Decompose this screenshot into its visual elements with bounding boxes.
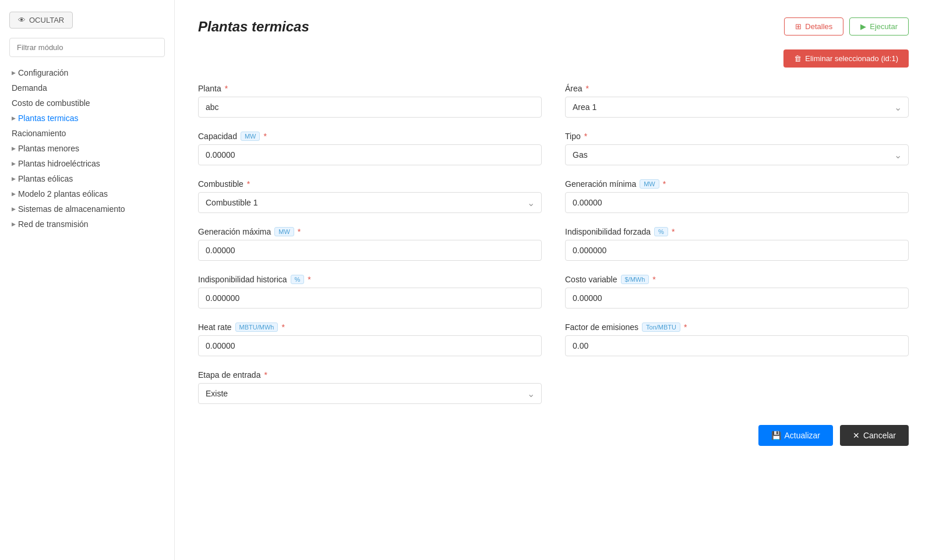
sidebar-item-modelo_2_plantas_eolicas[interactable]: Modelo 2 plantas eólicas [9,186,165,201]
factor-emisiones-label: Factor de emisiones Ton/MBTU * [565,322,909,332]
etapa-entrada-select[interactable]: Existe Nueva Expansión [198,383,542,404]
form: Planta * Área * Area 1 Area 2 Area 3 [198,84,909,404]
etapa-entrada-group: Etapa de entrada * Existe Nueva Expansió… [198,370,542,404]
save-icon: 💾 [771,431,781,440]
etapa-entrada-label: Etapa de entrada * [198,370,542,380]
combustible-label: Combustible * [198,179,542,189]
tipo-label: Tipo * [565,132,909,141]
sidebar-nav: ConfiguraciónDemandaCosto de combustible… [9,65,165,232]
planta-required: * [225,84,228,93]
sidebar-item-configuracion[interactable]: Configuración [9,65,165,80]
generacion-minima-required: * [663,179,666,189]
generacion-maxima-input[interactable] [198,240,542,261]
planta-group: Planta * [198,84,542,118]
combustible-select-wrapper: Combustible 1 Combustible 2 Combustible … [198,192,542,213]
factor-emisiones-input[interactable] [565,335,909,356]
sidebar-item-plantas_hidroelectricas[interactable]: Plantas hidroeléctricas [9,156,165,171]
actualizar-button[interactable]: 💾 Actualizar [758,425,833,446]
cancelar-label: Cancelar [863,431,896,440]
area-select[interactable]: Area 1 Area 2 Area 3 [565,97,909,118]
generacion-maxima-required: * [298,227,301,236]
sidebar-item-plantas_eolicas[interactable]: Plantas eólicas [9,171,165,186]
tipo-required: * [584,132,587,141]
area-group: Área * Area 1 Area 2 Area 3 [565,84,909,118]
header-actions: ⊞ Detalles ▶ Ejecutar [784,17,909,36]
sidebar-item-racionamiento[interactable]: Racionamiento [9,126,165,141]
heat-rate-input[interactable] [198,335,542,356]
sidebar-filter-input[interactable] [9,38,165,57]
combustible-select[interactable]: Combustible 1 Combustible 2 Combustible … [198,192,542,213]
generacion-minima-label: Generación mínima MW * [565,179,909,189]
delete-selected-button[interactable]: 🗑 Eliminar seleccionado (id:1) [783,49,909,68]
capacidad-label: Capacidad MW * [198,132,542,141]
ejecutar-label: Ejecutar [870,22,898,31]
costo-variable-required: * [652,275,655,284]
generacion-minima-input[interactable] [565,192,909,213]
tipo-select-wrapper: Gas Coal Oil Nuclear [565,144,909,165]
indisponibilidad-historica-label: Indisponibilidad historica % * [198,275,542,284]
sidebar-item-plantas_termicas[interactable]: Plantas termicas [9,111,165,126]
delete-label: Eliminar seleccionado (id:1) [805,54,898,63]
tipo-select[interactable]: Gas Coal Oil Nuclear [565,144,909,165]
costo-variable-group: Costo variable $/MWh * [565,275,909,309]
heat-rate-badge: MBTU/MWh [235,322,278,332]
form-footer: 💾 Actualizar ✕ Cancelar [198,425,909,446]
play-icon: ▶ [860,22,866,31]
hide-label: OCULTAR [29,16,64,24]
ejecutar-button[interactable]: ▶ Ejecutar [849,17,909,36]
etapa-entrada-select-wrapper: Existe Nueva Expansión [198,383,542,404]
hide-sidebar-button[interactable]: OCULTAR [9,12,73,29]
indisponibilidad-historica-required: * [308,275,310,284]
sidebar-item-demanda[interactable]: Demanda [9,80,165,95]
generacion-minima-badge: MW [640,179,659,189]
capacidad-group: Capacidad MW * [198,132,542,165]
capacidad-input[interactable] [198,144,542,165]
indisponibilidad-forzada-label: Indisponibilidad forzada % * [565,227,909,236]
eye-icon [18,16,26,24]
costo-variable-input[interactable] [565,288,909,309]
main-header: Plantas termicas ⊞ Detalles ▶ Ejecutar [198,17,909,36]
factor-emisiones-group: Factor de emisiones Ton/MBTU * [565,322,909,356]
sidebar-item-plantas_menores[interactable]: Plantas menores [9,141,165,156]
combustible-group: Combustible * Combustible 1 Combustible … [198,179,542,213]
indisponibilidad-historica-input[interactable] [198,288,542,309]
planta-label: Planta * [198,84,542,93]
area-label: Área * [565,84,909,93]
detalles-button[interactable]: ⊞ Detalles [784,17,843,36]
indisponibilidad-forzada-group: Indisponibilidad forzada % * [565,227,909,261]
area-select-wrapper: Area 1 Area 2 Area 3 [565,97,909,118]
sidebar-item-red_transmision[interactable]: Red de transmisión [9,217,165,232]
sidebar: OCULTAR ConfiguraciónDemandaCosto de com… [0,0,175,560]
main-content: Plantas termicas ⊞ Detalles ▶ Ejecutar 🗑… [175,0,932,560]
indisponibilidad-historica-badge: % [291,275,305,284]
indisponibilidad-forzada-badge: % [654,227,668,236]
planta-input[interactable] [198,97,542,118]
heat-rate-group: Heat rate MBTU/MWh * [198,322,542,356]
generacion-maxima-group: Generación máxima MW * [198,227,542,261]
heat-rate-required: * [281,322,284,332]
heat-rate-label: Heat rate MBTU/MWh * [198,322,542,332]
capacidad-badge: MW [241,132,260,141]
sidebar-item-costo_combustible[interactable]: Costo de combustible [9,95,165,111]
combustible-required: * [247,179,250,189]
generacion-minima-group: Generación mínima MW * [565,179,909,213]
trash-icon: 🗑 [794,54,802,63]
detalles-label: Detalles [805,22,832,31]
actualizar-label: Actualizar [785,431,820,440]
factor-emisiones-badge: Ton/MBTU [642,322,680,332]
factor-emisiones-required: * [684,322,687,332]
indisponibilidad-forzada-input[interactable] [565,240,909,261]
area-required: * [586,84,589,93]
details-icon: ⊞ [795,22,802,31]
costo-variable-badge: $/MWh [621,275,649,284]
indisponibilidad-forzada-required: * [672,227,675,236]
tipo-group: Tipo * Gas Coal Oil Nuclear [565,132,909,165]
indisponibilidad-historica-group: Indisponibilidad historica % * [198,275,542,309]
generacion-maxima-badge: MW [274,227,294,236]
generacion-maxima-label: Generación máxima MW * [198,227,542,236]
cancelar-button[interactable]: ✕ Cancelar [840,425,909,446]
delete-bar: 🗑 Eliminar seleccionado (id:1) [198,49,909,68]
sidebar-item-sistemas_almacenamiento[interactable]: Sistemas de almacenamiento [9,201,165,217]
cancel-icon: ✕ [853,431,860,440]
etapa-entrada-required: * [264,370,267,380]
